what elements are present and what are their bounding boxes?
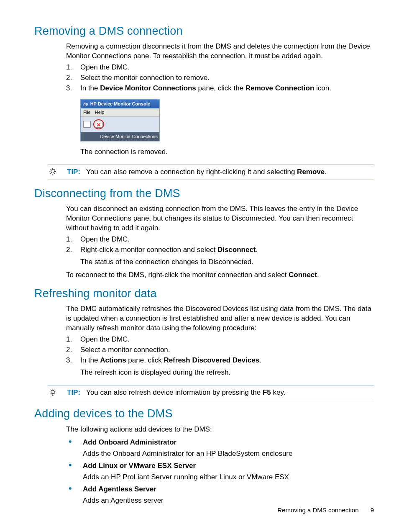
tip-icon xyxy=(48,167,67,176)
screenshot-title-text: HP Device Monitor Console xyxy=(90,101,150,107)
bullet-icon: • xyxy=(66,438,83,459)
svg-line-8 xyxy=(54,173,55,173)
remove-connection-highlight xyxy=(93,119,104,129)
heading-refreshing: Refreshing monitor data xyxy=(34,286,374,301)
step-number: 2. xyxy=(66,345,80,355)
list-item-desc: Adds an HP ProLiant Server running eithe… xyxy=(83,473,373,482)
result-refreshing: The refresh icon is displayed during the… xyxy=(80,368,373,378)
heading-adding: Adding devices to the DMS xyxy=(34,406,374,421)
reconnect-note: To reconnect to the DMS, right-click the… xyxy=(66,270,373,280)
list-item-title: Add Agentless Server xyxy=(83,485,156,493)
step-number: 3. xyxy=(66,356,80,365)
tip-box: TIP:You can also remove a connection by … xyxy=(48,164,374,180)
list-item-desc: Adds the Onboard Administrator for an HP… xyxy=(83,449,373,459)
step-number: 3. xyxy=(66,84,80,93)
svg-line-15 xyxy=(51,389,51,390)
list-item-desc: Adds an Agentless server xyxy=(83,496,373,506)
tip-text: TIP:You can also remove a connection by … xyxy=(67,167,374,177)
intro-removing: Removing a connection disconnects it fro… xyxy=(66,42,373,61)
svg-line-17 xyxy=(51,393,51,394)
page-footer: Removing a DMS connection 9 xyxy=(277,506,374,514)
svg-line-16 xyxy=(54,389,55,390)
svg-line-6 xyxy=(54,169,55,170)
page-number: 9 xyxy=(371,506,374,514)
steps-disconnecting: 1.Open the DMC. 2. Right-click a monitor… xyxy=(66,235,373,255)
footer-section-title: Removing a DMS connection xyxy=(277,506,358,514)
list-item-title: Add Onboard Administrator xyxy=(83,438,176,446)
step-number: 1. xyxy=(66,235,80,244)
adding-list: • Add Onboard Administrator Adds the Onb… xyxy=(66,438,373,506)
svg-point-10 xyxy=(51,390,54,393)
tip-text: TIP:You can also refresh device informat… xyxy=(67,388,374,398)
step-text: Open the DMC. xyxy=(80,63,373,72)
screenshot-pane-header: Device Monitor Connections xyxy=(81,132,159,141)
bullet-icon: • xyxy=(66,461,83,482)
menu-file[interactable]: File xyxy=(83,110,91,115)
screenshot-toolbar xyxy=(81,117,159,132)
svg-line-18 xyxy=(54,393,55,394)
step-text: Open the DMC. xyxy=(80,235,373,244)
screenshot-menubar: FileHelp xyxy=(81,108,159,117)
step-text: In the Actions pane, click Refresh Disco… xyxy=(80,356,373,365)
step-text: Select the monitor connection to remove. xyxy=(80,73,373,83)
list-item-title: Add Linux or VMware ESX Server xyxy=(83,462,196,470)
step-number: 1. xyxy=(66,63,80,72)
screenshot-dmc-window: hp HP Device Monitor Console FileHelp De… xyxy=(80,99,160,141)
step-number: 1. xyxy=(66,335,80,344)
tip-icon xyxy=(48,388,67,397)
hp-logo-icon: hp xyxy=(83,101,88,107)
remove-connection-icon[interactable] xyxy=(95,121,102,128)
heading-removing: Removing a DMS connection xyxy=(34,23,374,39)
intro-adding: The following actions add devices to the… xyxy=(66,425,373,434)
step-text: Right-click a monitor connection and sel… xyxy=(80,245,373,255)
svg-point-0 xyxy=(51,170,54,173)
tip-box: TIP:You can also refresh device informat… xyxy=(48,385,374,401)
bullet-icon: • xyxy=(66,485,83,506)
intro-refreshing: The DMC automatically refreshes the Disc… xyxy=(66,304,373,333)
heading-disconnecting: Disconnecting from the DMS xyxy=(34,186,374,201)
add-connection-icon[interactable] xyxy=(83,121,91,128)
menu-help[interactable]: Help xyxy=(95,110,105,115)
svg-line-7 xyxy=(51,173,51,173)
step-number: 2. xyxy=(66,245,80,255)
steps-removing: 1.Open the DMC. 2.Select the monitor con… xyxy=(66,63,373,93)
svg-line-5 xyxy=(51,169,51,170)
step-text: Open the DMC. xyxy=(80,335,373,344)
result-removing: The connection is removed. xyxy=(80,147,373,157)
screenshot-titlebar: hp HP Device Monitor Console xyxy=(81,100,159,108)
result-disconnecting: The status of the connection changes to … xyxy=(80,257,373,267)
steps-refreshing: 1.Open the DMC. 2.Select a monitor conne… xyxy=(66,335,373,365)
intro-disconnecting: You can disconnect an existing connectio… xyxy=(66,204,373,233)
step-text: Select a monitor connection. xyxy=(80,345,373,355)
step-number: 2. xyxy=(66,73,80,83)
step-text: In the Device Monitor Connections pane, … xyxy=(80,84,373,93)
